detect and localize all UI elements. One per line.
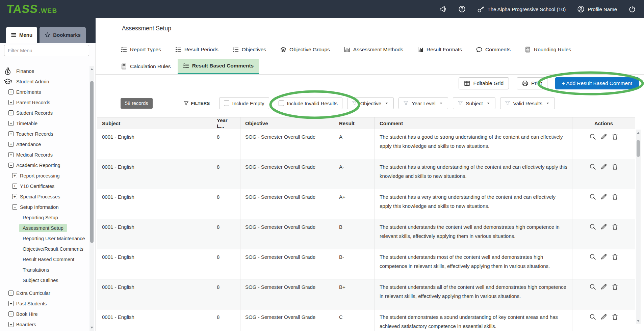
sidebar-item-y10-certificates[interactable]: +Y10 Certificates [0, 181, 89, 191]
sidebar-item-reporting-user-maintenance[interactable]: Reporting User Maintenance [0, 233, 89, 244]
tab-rounding-rules[interactable]: Rounding Rules [525, 47, 571, 53]
scroll-down-icon[interactable] [89, 325, 94, 330]
tab-objectives[interactable]: Objectives [233, 47, 266, 53]
table-scrollbar[interactable] [636, 130, 641, 324]
sidebar-item-extra-curricular[interactable]: +Extra Curricular [0, 288, 89, 298]
sidebar-item-student-admin[interactable]: Student Admin [0, 76, 89, 87]
tab-assessment-methods[interactable]: Assessment Methods [344, 47, 403, 53]
expand-plus-icon[interactable]: + [8, 301, 14, 306]
sidebar-item-objective-result-comments[interactable]: Objective/Result Comments [0, 244, 89, 254]
sidebar-scrollbar[interactable] [89, 66, 94, 331]
filter-dropdown-valid-results[interactable]: Valid Results [500, 97, 555, 109]
edit-pencil-icon[interactable] [600, 133, 607, 140]
delete-trash-icon[interactable] [612, 193, 618, 200]
bookmarks-tab[interactable]: Bookmarks [40, 27, 86, 43]
expand-plus-icon[interactable]: + [8, 152, 14, 157]
view-search-icon[interactable] [589, 133, 596, 140]
expand-plus-icon[interactable]: + [12, 184, 17, 189]
filter-menu-input[interactable] [4, 45, 89, 56]
view-search-icon[interactable] [589, 163, 596, 170]
delete-trash-icon[interactable] [612, 253, 618, 260]
expand-plus-icon[interactable]: + [8, 121, 14, 126]
column-header-result[interactable]: Result [334, 117, 375, 129]
help-icon[interactable] [458, 5, 466, 13]
column-header-year-l[interactable]: Year L... [212, 117, 240, 129]
expand-plus-icon[interactable]: + [8, 100, 14, 105]
column-header-comment[interactable]: Comment [375, 117, 572, 129]
view-search-icon[interactable] [589, 193, 596, 200]
expand-plus-icon[interactable]: + [12, 173, 17, 178]
sidebar-item-enrolments[interactable]: +Enrolments [0, 87, 89, 97]
delete-trash-icon[interactable] [612, 313, 618, 320]
checkbox-icon[interactable] [224, 101, 229, 106]
sidebar-item-medical-records[interactable]: +Medical Records [0, 149, 89, 160]
checkbox-icon[interactable] [279, 101, 284, 106]
sidebar-item-student-records[interactable]: +Student Records [0, 108, 89, 118]
sidebar-item-special-processes[interactable]: +Special Processes [0, 191, 89, 202]
column-header-objective[interactable]: Objective [240, 117, 334, 129]
sidebar-item-boarders[interactable]: +Boarders [0, 319, 89, 330]
expand-plus-icon[interactable]: + [8, 322, 14, 327]
collapse-minus-icon[interactable]: − [8, 163, 14, 168]
expand-plus-icon[interactable]: + [8, 311, 14, 316]
sidebar-item-reporting-setup[interactable]: Reporting Setup [0, 212, 89, 223]
edit-pencil-icon[interactable] [600, 163, 607, 170]
tab-report-types[interactable]: Report Types [121, 47, 161, 53]
tab-calculation-rules[interactable]: Calculation Rules [121, 59, 171, 74]
logout-icon[interactable] [628, 5, 636, 13]
delete-trash-icon[interactable] [612, 163, 618, 170]
expand-plus-icon[interactable]: + [8, 142, 14, 147]
column-header-actions[interactable]: Actions [572, 117, 635, 129]
view-search-icon[interactable] [589, 253, 596, 260]
sidebar-item-teacher-records[interactable]: +Teacher Records [0, 129, 89, 139]
table-scroll-thumb[interactable] [637, 140, 640, 157]
sidebar-item-parent-records[interactable]: +Parent Records [0, 97, 89, 108]
expand-plus-icon[interactable]: + [8, 131, 14, 136]
tab-result-formats[interactable]: Result Formats [417, 47, 462, 53]
tab-objective-groups[interactable]: Objective Groups [280, 47, 330, 53]
announcements-icon[interactable] [439, 5, 447, 13]
filter-dropdown-subject[interactable]: Subject [453, 97, 495, 109]
sidebar-item-academic-reporting[interactable]: −Academic Reporting [0, 160, 89, 170]
sidebar-item-attendance[interactable]: +Attendance [0, 139, 89, 149]
expand-plus-icon[interactable]: + [8, 89, 14, 94]
collapse-minus-icon[interactable]: − [12, 204, 17, 210]
menu-tab[interactable]: Menu [6, 27, 37, 43]
column-header-subject[interactable]: Subject [97, 117, 212, 129]
sidebar-item-past-students[interactable]: +Past Students [0, 298, 89, 309]
table-scroll-up-icon[interactable] [636, 130, 641, 136]
checkbox-include-invalid-results[interactable]: Include Invalid Results [274, 97, 342, 109]
edit-pencil-icon[interactable] [600, 283, 607, 290]
tab-comments[interactable]: Comments [476, 47, 511, 53]
checkbox-include-empty[interactable]: Include Empty [219, 97, 269, 109]
sidebar-item-report-processing[interactable]: +Report processing [0, 170, 89, 181]
delete-trash-icon[interactable] [612, 133, 618, 140]
sidebar-item-translations[interactable]: Translations [0, 265, 89, 275]
sidebar-item-setup-information[interactable]: −Setup Information [0, 202, 89, 212]
delete-trash-icon[interactable] [612, 223, 618, 230]
view-search-icon[interactable] [589, 223, 596, 230]
sidebar-item-assessment-setup[interactable]: Assessment Setup [0, 223, 89, 233]
edit-pencil-icon[interactable] [600, 223, 607, 230]
filter-dropdown-objective[interactable]: Objective [347, 97, 394, 109]
expand-plus-icon[interactable]: + [8, 291, 14, 296]
profile-menu[interactable]: Profile Name [577, 5, 617, 13]
filter-dropdown-year-level[interactable]: Year Level [398, 97, 448, 109]
sidebar-item-book-hire[interactable]: +Book Hire [0, 309, 89, 319]
sidebar-item-timetable[interactable]: +Timetable [0, 118, 89, 129]
sidebar-scroll-thumb[interactable] [90, 81, 94, 243]
editable-grid-button[interactable]: Editable Grid [459, 77, 509, 89]
edit-pencil-icon[interactable] [600, 193, 607, 200]
view-search-icon[interactable] [589, 283, 596, 290]
sidebar-item-subject-outlines[interactable]: Subject Outlines [0, 275, 89, 285]
expand-plus-icon[interactable]: + [12, 194, 17, 199]
delete-trash-icon[interactable] [612, 283, 618, 290]
expand-plus-icon[interactable]: + [8, 110, 14, 115]
tab-result-periods[interactable]: Result Periods [175, 47, 218, 53]
sidebar-item-finance[interactable]: Finance [0, 66, 89, 76]
view-search-icon[interactable] [589, 313, 596, 320]
tab-result-based-comments[interactable]: Result Based Comments [178, 59, 259, 74]
table-scroll-down-icon[interactable] [636, 318, 641, 324]
sidebar-item-result-based-comment[interactable]: Result Based Comment [0, 254, 89, 265]
print-button[interactable]: Print [517, 77, 547, 89]
